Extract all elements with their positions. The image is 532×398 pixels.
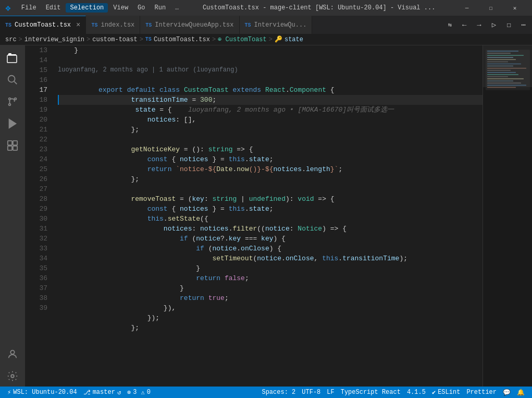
go-to-icon[interactable]: ▷ <box>490 19 498 30</box>
tab-close-icon[interactable]: × <box>76 21 80 29</box>
split-editor-icon[interactable]: ☐ <box>504 19 513 30</box>
menu-run[interactable]: Run <box>151 3 170 13</box>
code-content: } luoyanfang, 2 months ago | 1 author (l… <box>54 45 482 387</box>
svg-rect-10 <box>13 141 17 145</box>
git-blame-text: luoyanfang, 2 months ago | 1 author (luo… <box>58 66 238 74</box>
bc-custom-toast[interactable]: custom-toast <box>92 36 137 43</box>
tab-custom-toast[interactable]: TS CustomToast.tsx × <box>0 16 86 34</box>
source-control-icon[interactable] <box>2 91 23 112</box>
branch-icon: ⎇ <box>83 389 91 396</box>
tab-actions: ⇆ ← → ▷ ☐ ⋯ <box>442 16 532 34</box>
encoding-label: UTF-8 <box>302 389 320 396</box>
settings-icon[interactable] <box>2 366 23 387</box>
code-line: removeToast = (key: string | undefined):… <box>58 184 482 194</box>
code-container: 13 14 15 16 17 18 19 20 21 22 23 24 25 2… <box>25 45 532 387</box>
menu-file[interactable]: File <box>17 3 41 13</box>
bc-src[interactable]: src <box>5 36 17 43</box>
bc-file[interactable]: CustomToast.tsx <box>154 36 210 43</box>
menu-edit[interactable]: Edit <box>42 3 65 13</box>
errors-warnings[interactable]: ⊗ 3 ⚠ 0 <box>124 387 154 398</box>
menu-go[interactable]: Go <box>133 3 149 13</box>
close-button[interactable]: ✕ <box>503 0 527 16</box>
code-editor[interactable]: 13 14 15 16 17 18 19 20 21 22 23 24 25 2… <box>25 45 532 387</box>
window-title: CustomToast.tsx - mage-client [WSL: Ubun… <box>187 4 451 11</box>
tab-label: InterviewQu... <box>254 21 307 29</box>
prettier-label: Prettier <box>466 389 497 396</box>
bc-class[interactable]: ⊕ CustomToast <box>218 35 267 43</box>
svg-rect-12 <box>13 146 17 150</box>
bc-state[interactable]: state <box>284 36 303 43</box>
warning-icon: ⚠ <box>141 389 145 396</box>
ts-version[interactable]: 4.1.5 <box>404 387 429 398</box>
error-count: 3 <box>133 389 137 396</box>
extensions-icon[interactable] <box>2 135 23 156</box>
ts-icon: TS <box>91 22 97 28</box>
minimap-preview <box>483 45 532 387</box>
bc-interview-signin[interactable]: interview_signin <box>24 36 84 43</box>
language-setting[interactable]: TypeScript React <box>338 387 404 398</box>
svg-marker-8 <box>9 119 16 128</box>
feedback-icon-glyph: 💬 <box>503 389 511 396</box>
minimap[interactable] <box>482 45 532 387</box>
ts-icon: TS <box>245 22 251 28</box>
tab-label: CustomToast.tsx <box>15 21 71 29</box>
run-debug-icon[interactable] <box>2 113 23 134</box>
tab-index[interactable]: TS index.tsx <box>86 16 140 34</box>
line-ending-label: LF <box>327 389 334 396</box>
status-bar: ⚡ WSL: Ubuntu-20.04 ⎇ master ↺ ⊗ 3 ⚠ 0 S… <box>0 387 532 398</box>
main-content: 13 14 15 16 17 18 19 20 21 22 23 24 25 2… <box>0 45 532 387</box>
eslint-icon: ✔ <box>432 389 436 396</box>
encoding-setting[interactable]: UTF-8 <box>299 387 324 398</box>
wsl-label: WSL: Ubuntu-20.04 <box>13 389 77 396</box>
nav-back-icon[interactable]: ← <box>460 20 468 30</box>
window-controls: — ☐ ✕ <box>455 0 527 16</box>
prettier-status[interactable]: Prettier <box>463 387 500 398</box>
minimap-highlight <box>483 45 532 87</box>
eslint-status[interactable]: ✔ ESLint <box>429 387 463 398</box>
branch-name: master <box>93 389 115 396</box>
activity-bar <box>0 45 25 387</box>
line-ending-setting[interactable]: LF <box>324 387 337 398</box>
breadcrumb: src > interview_signin > custom-toast > … <box>0 34 532 45</box>
notifications-button[interactable]: 🔔 <box>514 387 528 398</box>
more-tabs-icon[interactable]: ⋯ <box>519 19 528 30</box>
tabs-bar: TS CustomToast.tsx × TS index.tsx TS Int… <box>0 16 532 34</box>
svg-rect-2 <box>7 55 17 63</box>
menu-more[interactable]: … <box>171 3 183 13</box>
code-line: getNoticeKey = (): string => { <box>58 135 482 144</box>
account-icon[interactable] <box>2 344 23 365</box>
eslint-label: ESLint <box>438 389 460 396</box>
search-icon[interactable] <box>2 69 23 90</box>
spaces-setting[interactable]: Spaces: 2 <box>258 387 299 398</box>
compare-icon[interactable]: ⇆ <box>446 20 454 30</box>
feedback-icon[interactable]: 💬 <box>500 387 514 398</box>
warning-count: 0 <box>147 389 151 396</box>
svg-rect-0 <box>8 53 11 54</box>
menu-view[interactable]: View <box>109 3 132 13</box>
tab-interview-queue-app[interactable]: TS InterviewQueueApp.tsx <box>140 16 239 34</box>
explorer-icon[interactable] <box>2 47 23 68</box>
ts-version-label: 4.1.5 <box>407 389 426 396</box>
line-numbers: 13 14 15 16 17 18 19 20 21 22 23 24 25 2… <box>25 45 54 387</box>
bell-icon: 🔔 <box>517 389 525 396</box>
svg-line-4 <box>14 81 17 84</box>
git-branch[interactable]: ⎇ master ↺ <box>80 387 124 398</box>
title-bar: ❖ File Edit Selection View Go Run … Cust… <box>0 0 532 16</box>
svg-point-13 <box>10 351 14 354</box>
wsl-status[interactable]: ⚡ WSL: Ubuntu-20.04 <box>4 387 80 398</box>
ts-icon: TS <box>145 22 152 28</box>
svg-point-3 <box>8 76 15 82</box>
menu-selection[interactable]: Selection <box>66 3 108 13</box>
ts-icon: TS <box>5 22 11 28</box>
tab-interview-qu[interactable]: TS InterviewQu... <box>240 16 313 34</box>
code-line: export default class CustomToast extends… <box>58 75 482 85</box>
sync-icon: ↺ <box>117 389 121 396</box>
svg-point-5 <box>9 98 11 100</box>
nav-forward-icon[interactable]: → <box>475 20 483 30</box>
bc-key-icon: 🔑 <box>275 35 282 43</box>
language-label: TypeScript React <box>341 389 401 396</box>
minimize-button[interactable]: — <box>455 0 479 16</box>
svg-point-7 <box>15 98 17 100</box>
maximize-button[interactable]: ☐ <box>479 0 503 16</box>
error-icon: ⊗ <box>127 389 131 396</box>
